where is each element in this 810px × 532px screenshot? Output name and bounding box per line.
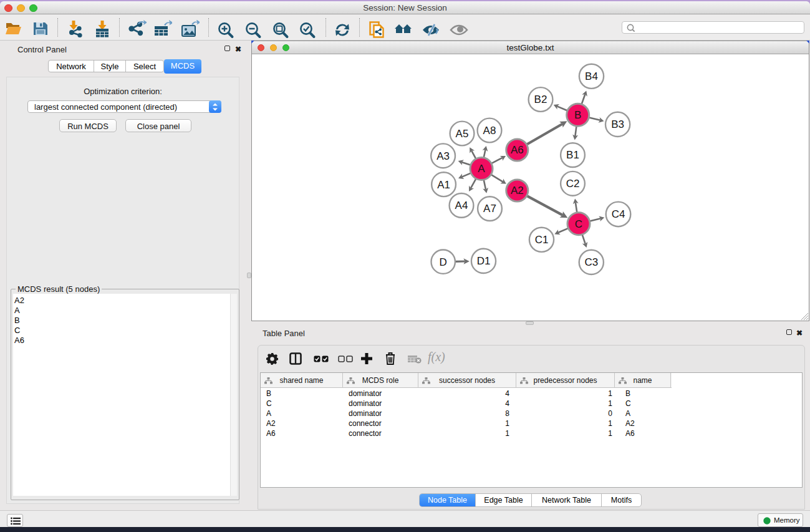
svg-text:C3: C3 [584, 256, 598, 268]
svg-text:A3: A3 [436, 150, 450, 162]
svg-text:B: B [574, 109, 581, 121]
svg-text:C: C [575, 218, 582, 230]
svg-text:C1: C1 [535, 234, 549, 246]
svg-text:A1: A1 [437, 179, 450, 191]
svg-text:A2: A2 [511, 185, 524, 196]
svg-text:C4: C4 [612, 208, 625, 220]
svg-text:A5: A5 [456, 128, 469, 140]
svg-text:D: D [440, 256, 447, 268]
svg-text:C2: C2 [566, 178, 580, 190]
svg-text:B3: B3 [611, 118, 624, 130]
svg-text:A: A [478, 163, 485, 175]
svg-text:B1: B1 [566, 149, 579, 161]
svg-text:A4: A4 [455, 200, 468, 211]
svg-text:B4: B4 [585, 70, 598, 82]
svg-text:D1: D1 [477, 255, 491, 267]
svg-text:B2: B2 [534, 94, 547, 105]
svg-text:A7: A7 [483, 203, 496, 215]
svg-text:A8: A8 [483, 125, 496, 137]
svg-text:A6: A6 [511, 144, 524, 156]
